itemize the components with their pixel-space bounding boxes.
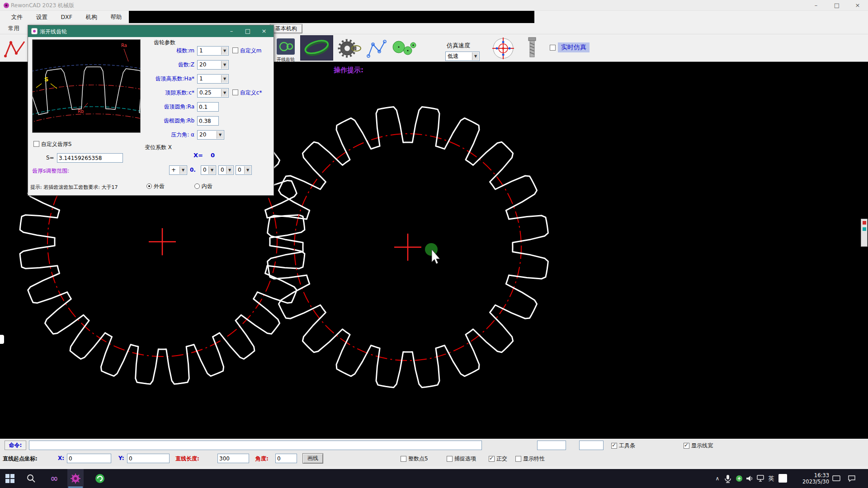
network-icon[interactable] (756, 474, 765, 483)
screw-button[interactable] (519, 35, 545, 61)
menu-mechanism[interactable]: 机构 (80, 11, 103, 23)
realtime-sim-checkbox[interactable] (550, 45, 556, 51)
target-button[interactable] (489, 35, 517, 61)
custom-thickness-checkbox[interactable] (33, 141, 39, 147)
windows-logo-icon (5, 474, 15, 483)
root-fillet-input[interactable] (197, 116, 219, 126)
gear-train-button[interactable] (390, 36, 419, 61)
menu-dxf[interactable]: DXF (55, 11, 78, 23)
integer-point-checkbox[interactable] (401, 456, 406, 462)
linkage-button[interactable] (365, 38, 388, 59)
speaker-icon[interactable] (745, 474, 754, 483)
dialog-minimize-button[interactable]: – (224, 27, 239, 36)
app-icon (3, 2, 10, 9)
involute-gear-button[interactable] (274, 37, 297, 56)
s-label: S= (46, 155, 54, 161)
command-label: 命令: (5, 441, 26, 450)
toolbar-check-group: 工具条 (611, 442, 635, 450)
basic-mechanism-button[interactable]: 基本机构 (270, 24, 302, 33)
x-input[interactable] (67, 454, 111, 463)
menu-help[interactable]: 帮助 (105, 11, 128, 23)
pc-status-icon[interactable] (832, 475, 841, 482)
angle-label: 角度: (255, 455, 269, 463)
y-input[interactable] (127, 454, 170, 463)
ime-mode-icon[interactable] (778, 474, 787, 483)
dialog-titlebar[interactable]: 渐开线齿轮 – □ × (28, 25, 274, 37)
language-indicator[interactable]: 英 (767, 474, 775, 483)
custom-module-checkbox[interactable] (232, 47, 238, 53)
chevron-down-icon: ▼ (217, 131, 223, 139)
tray-expand-chevron-icon[interactable]: ∧ (713, 474, 722, 483)
dialog-close-button[interactable]: × (256, 27, 272, 36)
shift-digit2-select[interactable]: 0▼ (218, 165, 234, 175)
side-red-marker (863, 221, 866, 225)
minimize-button[interactable]: – (806, 0, 826, 11)
draw-line-button[interactable]: 画线 (302, 453, 323, 464)
microphone-icon[interactable] (723, 474, 732, 483)
visual-studio-taskbar-icon[interactable]: ∞ (47, 471, 61, 486)
rewoncad-taskbar-icon[interactable] (70, 473, 81, 484)
integer-point-group: 整数点5 (401, 455, 428, 463)
module-value: 1 (199, 47, 203, 54)
internal-teeth-radio[interactable] (194, 183, 200, 189)
line-length-input[interactable] (217, 454, 249, 463)
shift-coef-label: 变位系数 X (145, 144, 172, 151)
custom-clearance-checkbox[interactable] (232, 89, 238, 95)
pressure-angle-select[interactable]: 20▼ (197, 130, 224, 140)
command-input[interactable] (29, 441, 482, 450)
side-scroll-widget[interactable] (861, 219, 868, 247)
maximize-button[interactable]: □ (826, 0, 847, 11)
gear-ellipse-button[interactable] (300, 35, 333, 61)
module-select[interactable]: 1▼ (197, 46, 229, 56)
green-app-taskbar-icon[interactable] (94, 473, 106, 484)
start-button[interactable] (4, 473, 16, 484)
aux-input-1[interactable] (537, 441, 566, 450)
pressure-angle-label: 压力角: α (121, 131, 194, 139)
chevron-down-icon: ▼ (221, 75, 228, 83)
snap-options-checkbox[interactable] (447, 456, 453, 462)
toolbar-checkbox[interactable] (611, 443, 617, 449)
tray-green-status-icon[interactable] (735, 474, 743, 483)
custom-thickness-label: 自定义齿厚S (41, 141, 72, 147)
tip-fillet-input[interactable] (197, 102, 219, 112)
mechanism-icon[interactable] (2, 37, 27, 59)
display-props-checkbox[interactable] (515, 456, 521, 462)
clearance-coef-select[interactable]: 0.25▼ (197, 88, 229, 98)
dialog-title: 渐开线齿轮 (40, 28, 67, 36)
addendum-coef-select[interactable]: 1▼ (197, 74, 229, 84)
realtime-sim-label: 实时仿真 (558, 42, 590, 52)
taskbar-search-button[interactable] (25, 474, 37, 483)
angle-input[interactable] (275, 454, 297, 463)
ortho-checkbox[interactable] (489, 456, 495, 462)
dialog-maximize-button[interactable]: □ (240, 27, 255, 36)
s-value-input[interactable] (57, 153, 123, 163)
external-teeth-radio[interactable] (146, 183, 152, 189)
teeth-select[interactable]: 20▼ (197, 60, 229, 70)
shift-sign-select[interactable]: +▼ (169, 165, 187, 175)
menu-file[interactable]: 文件 (5, 11, 28, 23)
chain-gear-button[interactable] (335, 36, 363, 61)
tray-clock[interactable]: 16:33 2023/5/30 (792, 472, 829, 485)
tab-common[interactable]: 常用 (8, 25, 19, 33)
shift-digit1-select[interactable]: 0▼ (201, 165, 216, 175)
menu-settings[interactable]: 设置 (30, 11, 53, 23)
linewidth-checkbox[interactable] (684, 443, 689, 449)
custom-module-group: 自定义m (232, 47, 262, 55)
panel-handle[interactable] (0, 335, 4, 344)
linewidth-checkbox-label: 显示线宽 (691, 442, 713, 450)
aux-input-2[interactable] (579, 441, 604, 450)
window-titlebar: RewonCAD 2023 机械版 – □ × (0, 0, 868, 11)
green-app-icon (94, 473, 105, 484)
ortho-label: 正交 (496, 455, 507, 463)
side-teal-marker (863, 227, 866, 231)
involute-gear-dialog: 渐开线齿轮 – □ × S Ra Rb 齿轮参数 模数:m 1▼ 自定义m 齿数… (28, 25, 274, 196)
custom-clearance-label: 自定义c* (240, 89, 262, 96)
close-button[interactable]: × (847, 0, 868, 11)
active-app-underline (68, 487, 83, 488)
target-icon (490, 36, 516, 61)
chevron-down-icon: ▼ (221, 47, 228, 55)
sim-speed-select[interactable]: 低速 ▼ (445, 52, 480, 61)
shift-digit3-select[interactable]: 0▼ (236, 165, 252, 175)
sim-speed-label: 仿真速度 (447, 42, 470, 50)
notification-center-icon[interactable] (847, 474, 856, 483)
